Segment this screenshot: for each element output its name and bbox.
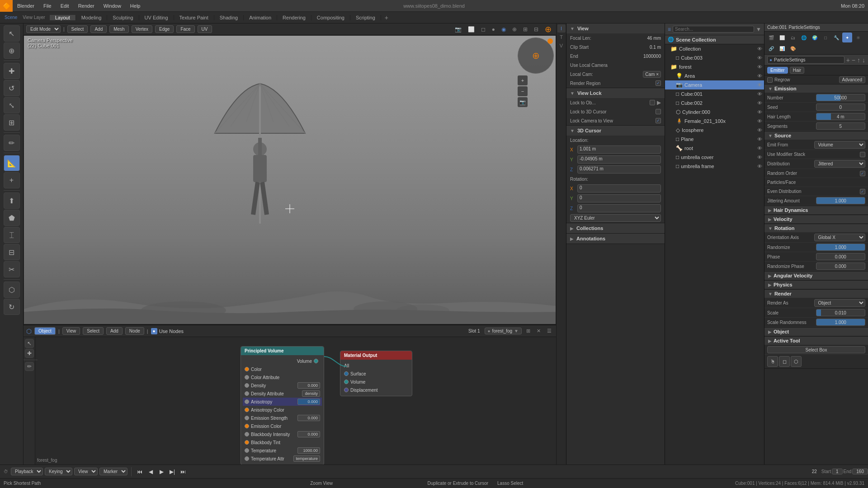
ps-segments-slider[interactable]: 5 [816, 122, 866, 130]
angular-velocity-header[interactable]: ▶ Angular Velocity [764, 272, 868, 280]
toolbar-move[interactable]: ✚ [4, 63, 20, 79]
ps-random-order-checkbox[interactable] [860, 171, 865, 176]
timeline-start-btn[interactable]: ⏮ [135, 467, 144, 476]
props-modifier-icon[interactable]: 🔧 [831, 33, 841, 42]
scene-label[interactable]: Scene [2, 15, 20, 20]
node-toolbar-move[interactable]: ✚ [25, 349, 34, 358]
ps-down-btn[interactable]: ↓ [862, 56, 865, 64]
tree-eye-collection[interactable]: 👁 [757, 46, 762, 52]
ps-even-dist-checkbox[interactable] [860, 189, 865, 194]
props-render-icon[interactable]: 🎬 [766, 33, 776, 42]
tool-icon-2[interactable]: ◻ [779, 356, 790, 367]
tab-animation[interactable]: Animation [244, 15, 277, 20]
tree-item-cube002[interactable]: □ Cube:002 👁 [665, 99, 764, 108]
tab-texture-paint[interactable]: Texture Paint [174, 15, 214, 20]
tab-compositing[interactable]: Compositing [311, 15, 350, 20]
n-focal-val[interactable]: 46 mm [647, 36, 661, 41]
ps-scale-slider[interactable]: 0.010 [816, 309, 866, 316]
tree-eye-cube002[interactable]: 👁 [757, 100, 762, 106]
node-select-btn[interactable]: Select [83, 327, 104, 335]
n-section-annotations-header[interactable]: ▶ Annotations [566, 234, 665, 244]
tree-item-female[interactable]: 🧍 Female_021_100x 👁 [665, 117, 764, 126]
viewport-uv-btn[interactable]: UV [198, 25, 212, 33]
n-clip-end-val[interactable]: 1000000 [643, 54, 661, 59]
zoom-out-btn[interactable]: − [518, 86, 528, 96]
timeline-current-frame[interactable]: 22 [808, 469, 821, 474]
node-density-attr-val[interactable]: density [302, 390, 320, 397]
n-tab-item[interactable]: I [557, 24, 566, 33]
viewport-icon-xray[interactable]: ⊟ [532, 26, 540, 33]
tree-item-umbrella-cover[interactable]: □ umbrella cover 👁 [665, 153, 764, 162]
n-section-cursor-header[interactable]: ▼ 3D Cursor [566, 126, 665, 136]
view-select[interactable]: View [74, 468, 98, 475]
n-cursor-rx-field[interactable]: 0 [577, 184, 661, 192]
toolbar-bevel[interactable]: ⌶ [4, 227, 20, 243]
props-physics-icon[interactable]: ⚛ [853, 33, 863, 42]
viewport-icon-camera[interactable]: 📷 [453, 26, 463, 33]
toolbar-spin[interactable]: ↻ [4, 299, 20, 315]
tree-item-root[interactable]: 🦴 root 👁 [665, 144, 764, 153]
props-scene-icon[interactable]: 🌐 [799, 33, 809, 42]
active-tool-header[interactable]: ▶ Active Tool [764, 337, 868, 345]
n-lock-cam-checkbox[interactable] [656, 118, 661, 123]
n-cursor-y-field[interactable]: -0.04905 m [577, 155, 661, 164]
advanced-btn[interactable]: Advanced [839, 76, 865, 83]
toolbar-loop-cut[interactable]: ⊟ [4, 244, 20, 260]
ps-seed-slider[interactable]: 0 [816, 103, 866, 111]
viewport-vertex-btn[interactable]: Vertex [132, 25, 152, 33]
ps-add-btn[interactable]: + [846, 56, 850, 64]
tab-modeling[interactable]: Modeling [76, 15, 108, 20]
hair-btn[interactable]: Hair [790, 67, 804, 74]
node-temperature-val[interactable]: 1000.00 [297, 447, 320, 454]
outliner-filter-icon[interactable]: ▼ [756, 26, 761, 33]
node-toolbar-annotate[interactable]: ✏ [25, 362, 34, 371]
ps-scale-rand-slider[interactable]: 1.000 [816, 319, 866, 326]
ps-render-as-select[interactable]: Object [814, 299, 866, 307]
node-emission-strength-val[interactable]: 0.000 [297, 415, 320, 421]
toolbar-add[interactable]: + [4, 172, 20, 188]
node-canvas[interactable]: Principled Volume Volume Color [24, 337, 556, 465]
node-toolbar-select[interactable]: ↖ [25, 339, 34, 348]
props-world-icon[interactable]: 🌍 [810, 33, 820, 42]
props-data-icon[interactable]: 📊 [777, 43, 787, 53]
timeline-next-btn[interactable]: ▶| [168, 467, 177, 476]
viewport-add-btn[interactable]: Add [90, 25, 107, 33]
keying-select[interactable]: Keying [45, 468, 72, 475]
n-section-collections-header[interactable]: ▶ Collections [566, 223, 665, 233]
ps-orientation-select[interactable]: Global X [814, 234, 866, 241]
node-temperature-attr-val[interactable]: temperature [293, 455, 320, 462]
ps-modifier-stack-checkbox[interactable] [860, 152, 865, 157]
tree-item-cube001[interactable]: □ Cube:001 👁 [665, 89, 764, 99]
tree-item-cylinder[interactable]: ⬡ Cylinder:000 👁 [665, 108, 764, 117]
node-view-btn[interactable]: View [62, 327, 80, 335]
tab-scripting[interactable]: Scripting [350, 15, 381, 20]
physics-header[interactable]: ▶ Physics [764, 281, 868, 289]
tab-layout[interactable]: Layout [50, 15, 76, 20]
n-cursor-euler-select[interactable]: XYZ Euler [570, 214, 661, 222]
source-header[interactable]: ▼ Source [764, 131, 868, 140]
toolbar-extrude[interactable]: ⬆ [4, 192, 20, 209]
node-anisotropy-val[interactable]: 0.000 [297, 399, 320, 405]
tree-eye-plane[interactable]: 👁 [757, 136, 762, 142]
n-local-cam-selector[interactable]: Cam × [643, 71, 661, 78]
toolbar-knife[interactable]: ✂ [4, 261, 20, 277]
props-material-icon[interactable]: 🎨 [788, 43, 798, 53]
n-lock-obj-checkbox[interactable] [650, 100, 655, 105]
ps-remove-btn[interactable]: − [852, 56, 855, 64]
tool-icon-3[interactable]: ⬡ [791, 356, 802, 367]
node-maximize-btn[interactable]: ⊞ [524, 328, 532, 334]
tree-item-forest[interactable]: 📁 forest 👁 [665, 62, 764, 71]
timeline-start-frame[interactable]: 1 [832, 469, 843, 474]
n-tab-tool[interactable]: T [557, 33, 566, 41]
props-view-layer-icon[interactable]: 🗂 [788, 33, 798, 42]
n-cursor-ry-field[interactable]: 0 [577, 194, 661, 202]
menu-edit[interactable]: Edit [56, 0, 74, 11]
tree-item-icosphere[interactable]: ◇ Icosphere 👁 [665, 126, 764, 135]
viewport-icon-render[interactable]: ⬜ [466, 26, 476, 33]
viewport-face-btn[interactable]: Face [176, 25, 194, 33]
tree-eye-umbrella-cover[interactable]: 👁 [757, 155, 762, 160]
menu-render[interactable]: Render [74, 0, 99, 11]
node-blackbody-val[interactable]: 0.000 [297, 431, 320, 437]
viewport-icon-gizmo[interactable]: ⊕ [510, 26, 519, 33]
viewport-icon-overlay[interactable]: ⊞ [521, 26, 529, 33]
